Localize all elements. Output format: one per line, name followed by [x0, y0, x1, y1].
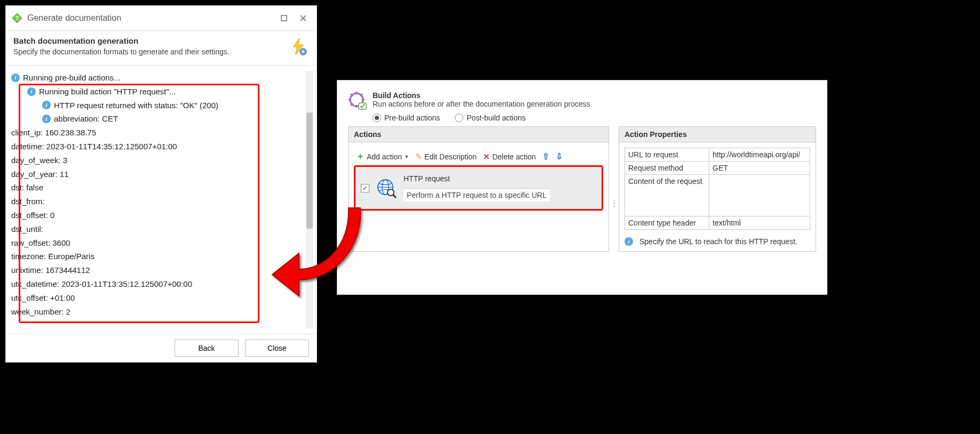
- dialog-header: Batch documentation generation Specify t…: [6, 31, 317, 66]
- log-line: utc_offset: +01:00: [11, 291, 313, 305]
- dialog-title: Generate documentation: [27, 13, 273, 23]
- gear-check-icon: [348, 91, 367, 110]
- delete-icon: ✕: [483, 152, 490, 162]
- app-icon: ?: [11, 12, 23, 24]
- log-line: week_number: 2: [11, 305, 313, 319]
- pre-build-radio[interactable]: Pre-build actions: [373, 114, 440, 122]
- header-subtitle: Specify the documentation formats to gen…: [13, 47, 230, 56]
- log-line: day_of_year: 11: [11, 167, 313, 181]
- svg-line-22: [393, 195, 396, 198]
- actions-column: Actions ＋ Add action ▼ ✎ Edit Descriptio…: [348, 126, 609, 252]
- action-checkbox[interactable]: ✓: [361, 184, 369, 192]
- plus-icon: ＋: [356, 151, 365, 162]
- build-actions-subtitle: Run actions before or after the document…: [373, 100, 590, 108]
- delete-action-button[interactable]: ✕ Delete action: [481, 151, 538, 163]
- move-down-button[interactable]: ⇩: [554, 150, 565, 163]
- log-line: unixtime: 1673444112: [11, 263, 313, 277]
- log-line: dst_from:: [11, 195, 313, 208]
- log-area: iRunning pre-build actions... iRunning b…: [6, 66, 317, 334]
- add-action-button[interactable]: ＋ Add action ▼: [354, 150, 411, 163]
- build-phase-radios: Pre-build actions Post-build actions: [373, 114, 816, 122]
- add-action-label: Add action: [367, 152, 402, 161]
- prop-value-method[interactable]: GET: [709, 162, 810, 175]
- hint-text: Specify the URL to reach for this HTTP r…: [639, 237, 797, 246]
- log-line: datetime: 2023-01-11T14:35:12.125007+01:…: [11, 140, 313, 154]
- actions-header: Actions: [349, 127, 608, 142]
- titlebar: ? Generate documentation: [6, 6, 317, 31]
- info-icon: i: [42, 115, 51, 123]
- action-description: Perform a HTTP request to a specific URL: [404, 188, 550, 202]
- log-line: iabbreviation: CET: [11, 112, 313, 126]
- properties-column: Action Properties URL to request http://…: [619, 126, 816, 252]
- arrow-up-icon: ⇧: [542, 151, 549, 162]
- edit-label: Edit Description: [424, 152, 477, 161]
- action-title: HTTP request: [404, 174, 550, 183]
- back-button[interactable]: Back: [175, 340, 239, 357]
- radio-selected-icon: [373, 114, 381, 122]
- info-icon: i: [625, 237, 633, 246]
- radio-icon: [455, 114, 463, 122]
- prop-label: URL to request: [625, 148, 709, 162]
- svg-text:?: ?: [15, 15, 19, 21]
- globe-search-icon: [376, 178, 397, 199]
- log-line: dst: false: [11, 181, 313, 195]
- log-line: dst_until:: [11, 222, 313, 236]
- hint-row: i Specify the URL to reach for this HTTP…: [625, 237, 810, 246]
- action-item-http-request[interactable]: ✓ HTTP request: [354, 165, 603, 211]
- scrollbar[interactable]: [306, 71, 313, 328]
- radio-label: Post-build actions: [467, 114, 526, 122]
- log-line: dst_offset: 0: [11, 208, 313, 222]
- prop-value-url[interactable]: http://worldtimeapi.org/api/: [709, 148, 810, 162]
- delete-label: Delete action: [492, 152, 536, 161]
- log-line: raw_offset: 3600: [11, 236, 313, 250]
- prop-label: Content of the request: [625, 175, 709, 216]
- properties-table: URL to request http://worldtimeapi.org/a…: [625, 148, 810, 230]
- table-row: Content type header text/html: [625, 216, 810, 230]
- prop-value-content[interactable]: [709, 175, 810, 216]
- dropdown-icon: ▼: [404, 154, 409, 159]
- lightning-gear-icon: [288, 36, 309, 58]
- prop-label: Content type header: [625, 216, 709, 230]
- log-line: iRunning pre-build actions...: [11, 71, 313, 85]
- log-line: iRunning build action "HTTP request"...: [11, 85, 313, 99]
- pencil-icon: ✎: [415, 152, 422, 162]
- post-build-radio[interactable]: Post-build actions: [455, 114, 526, 122]
- scrollbar-thumb[interactable]: [306, 112, 313, 229]
- log-line: client_ip: 160.238.38.75: [11, 126, 313, 140]
- log-line: utc_datetime: 2023-01-11T13:35:12.125007…: [11, 277, 313, 291]
- info-icon: i: [42, 101, 51, 109]
- actions-toolbar: ＋ Add action ▼ ✎ Edit Description ✕ Dele…: [354, 150, 603, 163]
- edit-description-button[interactable]: ✎ Edit Description: [413, 151, 479, 163]
- radio-label: Pre-build actions: [384, 114, 440, 122]
- log-line: day_of_week: 3: [11, 154, 313, 167]
- arrow-down-icon: ⇩: [556, 151, 563, 162]
- generate-documentation-dialog: ? Generate documentation Batch documenta…: [5, 5, 317, 363]
- prop-label: Request method: [625, 162, 709, 175]
- log-line: iHTTP request returned with status: "OK"…: [11, 99, 313, 112]
- move-up-button[interactable]: ⇧: [540, 150, 551, 163]
- build-actions-panel: Build Actions Run actions before or afte…: [337, 80, 827, 295]
- log-line: timezone: Europe/Paris: [11, 250, 313, 263]
- table-row: Content of the request: [625, 175, 810, 216]
- prop-value-ctype[interactable]: text/html: [709, 216, 810, 230]
- build-actions-header: Build Actions Run actions before or afte…: [348, 91, 816, 110]
- close-button[interactable]: [295, 10, 311, 26]
- log-lines: iRunning pre-build actions... iRunning b…: [10, 69, 314, 320]
- dialog-button-bar: Back Close: [6, 334, 317, 362]
- table-row: URL to request http://worldtimeapi.org/a…: [625, 148, 810, 162]
- properties-header: Action Properties: [619, 127, 816, 142]
- svg-point-7: [302, 51, 305, 53]
- info-icon: i: [27, 87, 36, 96]
- info-icon: i: [11, 74, 20, 82]
- resize-handle[interactable]: ···: [613, 199, 616, 207]
- minimize-button[interactable]: [276, 10, 292, 26]
- svg-rect-2: [281, 15, 287, 21]
- close-dialog-button[interactable]: Close: [245, 340, 309, 357]
- table-row: Request method GET: [625, 162, 810, 175]
- build-actions-title: Build Actions: [373, 91, 590, 100]
- header-title: Batch documentation generation: [13, 36, 230, 45]
